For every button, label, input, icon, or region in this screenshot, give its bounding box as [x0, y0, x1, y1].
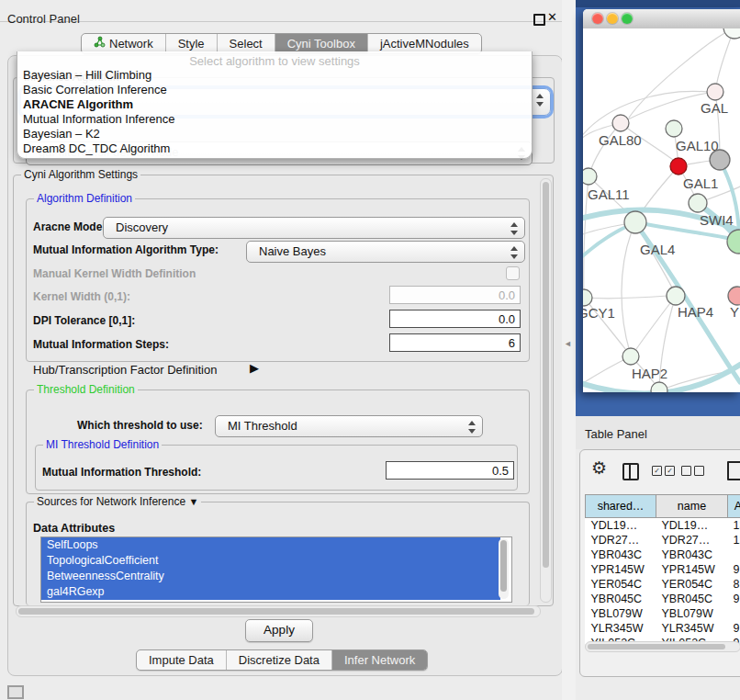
- deselect-all-columns-icon[interactable]: [681, 466, 704, 476]
- attributes-scrollbar-thumb[interactable]: [500, 540, 507, 592]
- zoom-window-icon[interactable]: [622, 13, 633, 24]
- float-panel-icon[interactable]: [533, 14, 545, 26]
- network-node[interactable]: [723, 28, 740, 39]
- mi-steps-field[interactable]: 6: [389, 333, 521, 352]
- network-edge[interactable]: [622, 222, 635, 352]
- settings-horizontal-scrollbar[interactable]: [16, 605, 541, 617]
- table-cell: YBR043C: [586, 548, 656, 562]
- column-header-shared[interactable]: shared…: [586, 495, 656, 518]
- tab-infer-network[interactable]: Infer Network: [332, 650, 427, 670]
- network-node-gal11[interactable]: [583, 168, 597, 185]
- table-cell: YDL19…: [656, 518, 728, 534]
- apply-button[interactable]: Apply: [245, 619, 313, 642]
- document-icon[interactable]: [727, 461, 740, 480]
- column-header-a[interactable]: A: [728, 495, 740, 518]
- table-cell: YBR045C: [656, 592, 728, 606]
- settings-scrollbar-thumb[interactable]: [543, 182, 549, 568]
- table-cell: YDR27…: [656, 533, 728, 548]
- network-canvas[interactable]: GALGAL80GAL10GAL1SWI4GAL11GAL4HAP4YGCY1H…: [583, 28, 740, 392]
- algorithm-option[interactable]: Bayesian – Hill Climbing: [17, 68, 532, 83]
- table-cell: YBR045C: [586, 592, 656, 606]
- mi-threshold-field[interactable]: 0.5: [386, 461, 514, 480]
- network-edge[interactable]: [584, 296, 667, 299]
- tab-cyni-toolbox[interactable]: Cyni Toolbox: [275, 34, 368, 53]
- kernel-width-field[interactable]: 0.0: [389, 286, 521, 304]
- table-row[interactable]: YPR145WYPR145W9.: [586, 562, 740, 577]
- select-all-columns-icon[interactable]: ✓ ✓: [652, 466, 675, 476]
- close-panel-icon[interactable]: ✕: [547, 10, 557, 24]
- tab-select[interactable]: Select: [218, 34, 275, 53]
- attribute-item[interactable]: gal4RGexp: [41, 584, 500, 600]
- divider-collapse-arrow-icon[interactable]: ◄: [564, 339, 572, 348]
- network-node-gal4[interactable]: [624, 211, 646, 233]
- tab-discretize-data[interactable]: Discretize Data: [227, 650, 332, 670]
- algorithm-option[interactable]: Mutual Information Inference: [17, 112, 532, 127]
- column-header-name[interactable]: name: [656, 495, 728, 518]
- checked-box-icon: ✓: [652, 466, 662, 476]
- columns-icon[interactable]: [622, 463, 639, 480]
- sources-collapse-arrow-icon[interactable]: ▼: [188, 496, 198, 507]
- minimize-window-icon[interactable]: [607, 13, 618, 24]
- network-node-gal80[interactable]: [612, 115, 629, 131]
- table-row[interactable]: YBR045CYBR045C9.: [586, 592, 740, 606]
- dpi-tolerance-field[interactable]: 0.0: [389, 310, 521, 328]
- network-node-gal1[interactable]: [670, 158, 687, 175]
- attribute-item[interactable]: BetweennessCentrality: [41, 569, 500, 584]
- network-node-hap4[interactable]: [667, 287, 685, 305]
- network-node[interactable]: [710, 150, 730, 170]
- mi-type-combo[interactable]: Naive Bayes: [246, 241, 525, 263]
- table-row[interactable]: YER054CYER054C8.: [586, 577, 740, 592]
- node-table[interactable]: shared…nameA YDL19…YDL19…13YDR27…YDR27…1…: [585, 494, 740, 644]
- combo-arrows-icon: [510, 246, 518, 259]
- close-window-icon[interactable]: [592, 13, 603, 24]
- network-node-gal[interactable]: [707, 84, 723, 100]
- gear-icon[interactable]: ⚙: [591, 459, 607, 477]
- table-hscrollbar-thumb[interactable]: [588, 644, 725, 649]
- table-horizontal-scrollbar[interactable]: [585, 641, 740, 652]
- table-row[interactable]: YDR27…YDR27…12: [586, 533, 740, 548]
- manual-kernel-checkbox[interactable]: [506, 266, 520, 280]
- node-label: GAL10: [676, 138, 719, 153]
- table-row[interactable]: YBL079WYBL079W: [586, 606, 740, 621]
- table-row[interactable]: YDL19…YDL19…13: [586, 518, 740, 534]
- table-cell: YDR27…: [586, 533, 656, 548]
- collapsed-corner-widget[interactable]: [7, 685, 24, 699]
- aracne-mode-combo[interactable]: Discovery: [103, 217, 525, 239]
- network-node-y[interactable]: [728, 287, 740, 305]
- threshold-definition-title: Threshold Definition: [34, 383, 138, 396]
- table-cell: YLR345W: [656, 621, 728, 636]
- which-threshold-combo[interactable]: MI Threshold: [215, 415, 483, 437]
- algorithm-option[interactable]: Bayesian – K2: [17, 127, 532, 141]
- tab-impute-data[interactable]: Impute Data: [137, 650, 227, 670]
- algorithm-option[interactable]: ARACNE Algorithm: [17, 97, 532, 112]
- settings-vertical-scrollbar[interactable]: [540, 178, 552, 603]
- control-panel-titlebar: [0, 0, 569, 22]
- network-edge[interactable]: [583, 91, 708, 138]
- network-node-swi4[interactable]: [689, 194, 707, 212]
- network-node-gcy1[interactable]: [583, 289, 592, 306]
- algorithm-option[interactable]: Basic Correlation Inference: [17, 83, 532, 97]
- attribute-item[interactable]: SelfLoops: [41, 537, 500, 553]
- algorithm-option[interactable]: Dream8 DC_TDC Algorithm: [17, 141, 532, 156]
- table-row[interactable]: YBR043CYBR043C: [586, 548, 740, 562]
- tab-network[interactable]: Network: [82, 34, 166, 53]
- table-row[interactable]: YLR345WYLR345W9.: [586, 621, 740, 636]
- network-node-gal10[interactable]: [666, 120, 682, 137]
- network-node-hap2[interactable]: [622, 348, 639, 365]
- tab-jactivemnodules[interactable]: jActiveMNodules: [368, 34, 481, 53]
- hub-expand-arrow-icon[interactable]: ▶: [250, 361, 259, 375]
- table-cell: [728, 548, 740, 562]
- tab-style[interactable]: Style: [166, 34, 218, 53]
- network-node[interactable]: [651, 382, 667, 392]
- attribute-item[interactable]: TopologicalCoefficient: [41, 553, 500, 569]
- network-window-titlebar[interactable]: [583, 9, 740, 29]
- data-attributes-list[interactable]: SelfLoopsTopologicalCoefficientBetweenne…: [40, 536, 512, 603]
- attributes-scrollbar[interactable]: [499, 538, 509, 599]
- split-pane-divider[interactable]: [562, 0, 576, 700]
- node-table-viewport: shared…nameA YDL19…YDL19…13YDR27…YDR27…1…: [585, 494, 740, 644]
- settings-hscrollbar-thumb[interactable]: [18, 608, 534, 615]
- table-cell: YER054C: [586, 577, 656, 592]
- network-edge[interactable]: [583, 224, 632, 258]
- network-edge[interactable]: [634, 296, 676, 352]
- hub-section-label[interactable]: Hub/Transcription Factor Definition: [33, 363, 217, 377]
